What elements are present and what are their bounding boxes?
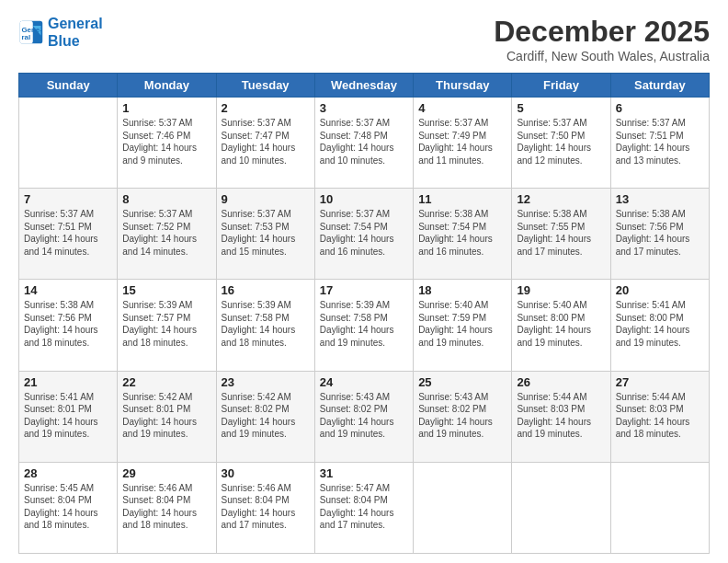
calendar-cell-w5-d5 <box>512 462 610 553</box>
day-info: Sunrise: 5:37 AMSunset: 7:46 PMDaylight:… <box>122 117 210 167</box>
week-row-4: 21Sunrise: 5:41 AMSunset: 8:01 PMDayligh… <box>19 371 710 462</box>
day-number: 7 <box>24 192 112 206</box>
calendar-header-row: Sunday Monday Tuesday Wednesday Thursday… <box>19 74 710 98</box>
day-info: Sunrise: 5:46 AMSunset: 8:04 PMDaylight:… <box>122 482 210 532</box>
day-info: Sunrise: 5:38 AMSunset: 7:56 PMDaylight:… <box>616 208 704 258</box>
header-monday: Monday <box>118 74 216 98</box>
calendar-cell-w3-d2: 16Sunrise: 5:39 AMSunset: 7:58 PMDayligh… <box>216 280 314 371</box>
header-tuesday: Tuesday <box>216 74 314 98</box>
day-number: 26 <box>517 375 605 389</box>
calendar-cell-w2-d4: 11Sunrise: 5:38 AMSunset: 7:54 PMDayligh… <box>414 189 512 280</box>
calendar-cell-w4-d2: 23Sunrise: 5:42 AMSunset: 8:02 PMDayligh… <box>216 371 314 462</box>
day-info: Sunrise: 5:37 AMSunset: 7:52 PMDaylight:… <box>122 208 210 258</box>
day-number: 23 <box>222 375 310 389</box>
calendar-cell-w4-d6: 27Sunrise: 5:44 AMSunset: 8:03 PMDayligh… <box>610 371 709 462</box>
day-info: Sunrise: 5:40 AMSunset: 8:00 PMDaylight:… <box>517 299 605 349</box>
calendar-cell-w1-d4: 4Sunrise: 5:37 AMSunset: 7:49 PMDaylight… <box>414 98 512 189</box>
day-info: Sunrise: 5:39 AMSunset: 7:58 PMDaylight:… <box>222 299 310 349</box>
calendar-cell-w1-d2: 2Sunrise: 5:37 AMSunset: 7:47 PMDaylight… <box>216 98 314 189</box>
calendar-cell-w5-d1: 29Sunrise: 5:46 AMSunset: 8:04 PMDayligh… <box>118 462 216 553</box>
day-number: 5 <box>517 101 605 115</box>
day-number: 31 <box>320 466 408 480</box>
page: Gene- ral General Blue December 2025 Car… <box>0 0 728 563</box>
calendar-cell-w3-d6: 20Sunrise: 5:41 AMSunset: 8:00 PMDayligh… <box>610 280 709 371</box>
day-number: 4 <box>418 101 506 115</box>
day-info: Sunrise: 5:41 AMSunset: 8:00 PMDaylight:… <box>616 299 704 349</box>
day-number: 6 <box>616 101 704 115</box>
calendar-cell-w4-d4: 25Sunrise: 5:43 AMSunset: 8:02 PMDayligh… <box>414 371 512 462</box>
day-number: 20 <box>616 283 704 297</box>
day-info: Sunrise: 5:39 AMSunset: 7:57 PMDaylight:… <box>122 299 210 349</box>
day-info: Sunrise: 5:37 AMSunset: 7:51 PMDaylight:… <box>24 208 112 258</box>
calendar-cell-w2-d5: 12Sunrise: 5:38 AMSunset: 7:55 PMDayligh… <box>512 189 610 280</box>
header-thursday: Thursday <box>414 74 512 98</box>
day-info: Sunrise: 5:43 AMSunset: 8:02 PMDaylight:… <box>320 391 408 441</box>
calendar-cell-w5-d6 <box>610 462 709 553</box>
day-number: 21 <box>24 375 112 389</box>
day-info: Sunrise: 5:39 AMSunset: 7:58 PMDaylight:… <box>320 299 408 349</box>
day-number: 13 <box>616 192 704 206</box>
day-info: Sunrise: 5:42 AMSunset: 8:02 PMDaylight:… <box>222 391 310 441</box>
calendar-cell-w1-d0 <box>19 98 118 189</box>
calendar-cell-w2-d3: 10Sunrise: 5:37 AMSunset: 7:54 PMDayligh… <box>314 189 413 280</box>
day-number: 12 <box>517 192 605 206</box>
calendar-cell-w1-d5: 5Sunrise: 5:37 AMSunset: 7:50 PMDaylight… <box>512 98 610 189</box>
svg-text:ral: ral <box>22 33 31 41</box>
day-number: 14 <box>24 283 112 297</box>
calendar-cell-w1-d6: 6Sunrise: 5:37 AMSunset: 7:51 PMDaylight… <box>610 98 709 189</box>
day-number: 29 <box>122 466 210 480</box>
calendar-cell-w2-d2: 9Sunrise: 5:37 AMSunset: 7:53 PMDaylight… <box>216 189 314 280</box>
calendar-cell-w2-d1: 8Sunrise: 5:37 AMSunset: 7:52 PMDaylight… <box>118 189 216 280</box>
day-info: Sunrise: 5:37 AMSunset: 7:50 PMDaylight:… <box>517 117 605 167</box>
day-number: 24 <box>320 375 408 389</box>
subtitle: Cardiff, New South Wales, Australia <box>494 49 710 63</box>
day-info: Sunrise: 5:37 AMSunset: 7:53 PMDaylight:… <box>222 208 310 258</box>
day-info: Sunrise: 5:42 AMSunset: 8:01 PMDaylight:… <box>122 391 210 441</box>
day-info: Sunrise: 5:46 AMSunset: 8:04 PMDaylight:… <box>222 482 310 532</box>
day-number: 17 <box>320 283 408 297</box>
day-info: Sunrise: 5:37 AMSunset: 7:47 PMDaylight:… <box>222 117 310 167</box>
header-sunday: Sunday <box>19 74 118 98</box>
calendar-cell-w1-d1: 1Sunrise: 5:37 AMSunset: 7:46 PMDaylight… <box>118 98 216 189</box>
calendar-cell-w4-d3: 24Sunrise: 5:43 AMSunset: 8:02 PMDayligh… <box>314 371 413 462</box>
day-number: 9 <box>222 192 310 206</box>
header-wednesday: Wednesday <box>314 74 413 98</box>
calendar-cell-w5-d4 <box>414 462 512 553</box>
day-number: 22 <box>122 375 210 389</box>
header-saturday: Saturday <box>610 74 709 98</box>
day-number: 3 <box>320 101 408 115</box>
day-info: Sunrise: 5:47 AMSunset: 8:04 PMDaylight:… <box>320 482 408 532</box>
day-info: Sunrise: 5:37 AMSunset: 7:51 PMDaylight:… <box>616 117 704 167</box>
calendar-cell-w3-d5: 19Sunrise: 5:40 AMSunset: 8:00 PMDayligh… <box>512 280 610 371</box>
day-info: Sunrise: 5:41 AMSunset: 8:01 PMDaylight:… <box>24 391 112 441</box>
calendar-cell-w4-d0: 21Sunrise: 5:41 AMSunset: 8:01 PMDayligh… <box>19 371 118 462</box>
calendar-cell-w4-d5: 26Sunrise: 5:44 AMSunset: 8:03 PMDayligh… <box>512 371 610 462</box>
calendar-cell-w4-d1: 22Sunrise: 5:42 AMSunset: 8:01 PMDayligh… <box>118 371 216 462</box>
calendar-cell-w3-d3: 17Sunrise: 5:39 AMSunset: 7:58 PMDayligh… <box>314 280 413 371</box>
day-number: 19 <box>517 283 605 297</box>
day-info: Sunrise: 5:44 AMSunset: 8:03 PMDaylight:… <box>517 391 605 441</box>
day-info: Sunrise: 5:44 AMSunset: 8:03 PMDaylight:… <box>616 391 704 441</box>
day-info: Sunrise: 5:37 AMSunset: 7:49 PMDaylight:… <box>418 117 506 167</box>
calendar-cell-w3-d1: 15Sunrise: 5:39 AMSunset: 7:57 PMDayligh… <box>118 280 216 371</box>
calendar-cell-w3-d0: 14Sunrise: 5:38 AMSunset: 7:56 PMDayligh… <box>19 280 118 371</box>
calendar-cell-w3-d4: 18Sunrise: 5:40 AMSunset: 7:59 PMDayligh… <box>414 280 512 371</box>
day-number: 10 <box>320 192 408 206</box>
calendar-table: Sunday Monday Tuesday Wednesday Thursday… <box>18 73 710 554</box>
calendar-cell-w5-d3: 31Sunrise: 5:47 AMSunset: 8:04 PMDayligh… <box>314 462 413 553</box>
calendar-cell-w5-d2: 30Sunrise: 5:46 AMSunset: 8:04 PMDayligh… <box>216 462 314 553</box>
day-number: 28 <box>24 466 112 480</box>
day-number: 25 <box>418 375 506 389</box>
week-row-3: 14Sunrise: 5:38 AMSunset: 7:56 PMDayligh… <box>19 280 710 371</box>
calendar-cell-w1-d3: 3Sunrise: 5:37 AMSunset: 7:48 PMDaylight… <box>314 98 413 189</box>
day-number: 1 <box>122 101 210 115</box>
day-number: 16 <box>222 283 310 297</box>
day-info: Sunrise: 5:40 AMSunset: 7:59 PMDaylight:… <box>418 299 506 349</box>
main-title: December 2025 <box>494 15 710 49</box>
logo-icon: Gene- ral <box>18 19 44 45</box>
day-number: 15 <box>122 283 210 297</box>
day-info: Sunrise: 5:37 AMSunset: 7:48 PMDaylight:… <box>320 117 408 167</box>
header-friday: Friday <box>512 74 610 98</box>
day-info: Sunrise: 5:45 AMSunset: 8:04 PMDaylight:… <box>24 482 112 532</box>
day-info: Sunrise: 5:37 AMSunset: 7:54 PMDaylight:… <box>320 208 408 258</box>
